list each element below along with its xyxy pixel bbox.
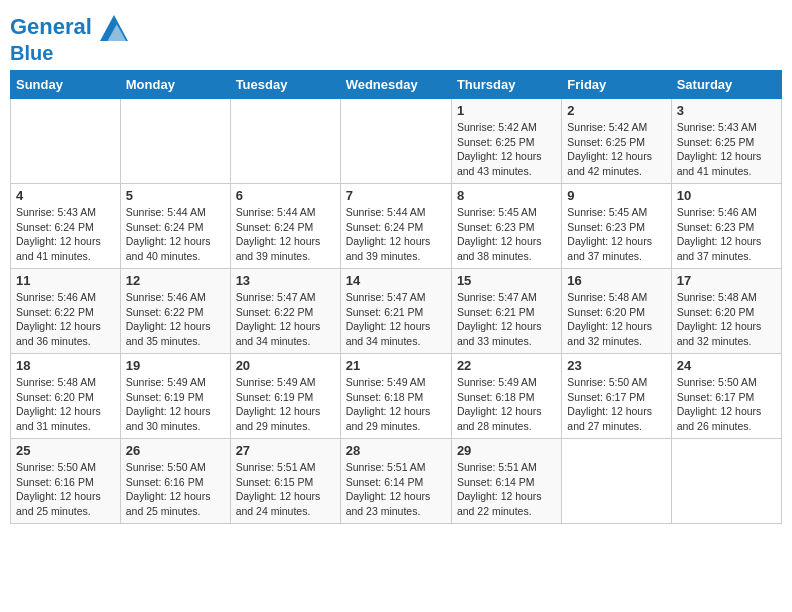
day-number: 24 (677, 358, 776, 373)
day-cell (562, 439, 671, 524)
day-info: Sunrise: 5:51 AMSunset: 6:15 PMDaylight:… (236, 460, 335, 519)
day-number: 28 (346, 443, 446, 458)
day-cell: 19Sunrise: 5:49 AMSunset: 6:19 PMDayligh… (120, 354, 230, 439)
day-cell (120, 99, 230, 184)
day-info: Sunrise: 5:51 AMSunset: 6:14 PMDaylight:… (346, 460, 446, 519)
day-info: Sunrise: 5:48 AMSunset: 6:20 PMDaylight:… (16, 375, 115, 434)
week-row-2: 4Sunrise: 5:43 AMSunset: 6:24 PMDaylight… (11, 184, 782, 269)
day-number: 17 (677, 273, 776, 288)
header-wednesday: Wednesday (340, 71, 451, 99)
day-cell (230, 99, 340, 184)
day-number: 1 (457, 103, 556, 118)
day-cell: 12Sunrise: 5:46 AMSunset: 6:22 PMDayligh… (120, 269, 230, 354)
day-info: Sunrise: 5:47 AMSunset: 6:21 PMDaylight:… (457, 290, 556, 349)
day-number: 3 (677, 103, 776, 118)
logo-icon (100, 14, 128, 42)
header-sunday: Sunday (11, 71, 121, 99)
day-cell: 14Sunrise: 5:47 AMSunset: 6:21 PMDayligh… (340, 269, 451, 354)
day-number: 16 (567, 273, 665, 288)
day-number: 29 (457, 443, 556, 458)
day-number: 27 (236, 443, 335, 458)
day-info: Sunrise: 5:49 AMSunset: 6:19 PMDaylight:… (126, 375, 225, 434)
day-cell: 23Sunrise: 5:50 AMSunset: 6:17 PMDayligh… (562, 354, 671, 439)
day-cell: 4Sunrise: 5:43 AMSunset: 6:24 PMDaylight… (11, 184, 121, 269)
day-cell: 26Sunrise: 5:50 AMSunset: 6:16 PMDayligh… (120, 439, 230, 524)
header-friday: Friday (562, 71, 671, 99)
day-number: 12 (126, 273, 225, 288)
day-number: 13 (236, 273, 335, 288)
logo-general: General (10, 14, 92, 39)
day-number: 6 (236, 188, 335, 203)
header-tuesday: Tuesday (230, 71, 340, 99)
day-number: 10 (677, 188, 776, 203)
day-number: 8 (457, 188, 556, 203)
day-number: 22 (457, 358, 556, 373)
day-cell: 16Sunrise: 5:48 AMSunset: 6:20 PMDayligh… (562, 269, 671, 354)
day-cell (340, 99, 451, 184)
day-info: Sunrise: 5:43 AMSunset: 6:25 PMDaylight:… (677, 120, 776, 179)
logo-blue: Blue (10, 42, 128, 64)
header-thursday: Thursday (451, 71, 561, 99)
day-number: 14 (346, 273, 446, 288)
day-cell: 15Sunrise: 5:47 AMSunset: 6:21 PMDayligh… (451, 269, 561, 354)
logo-text: General (10, 14, 128, 42)
day-cell: 3Sunrise: 5:43 AMSunset: 6:25 PMDaylight… (671, 99, 781, 184)
day-number: 15 (457, 273, 556, 288)
day-cell: 25Sunrise: 5:50 AMSunset: 6:16 PMDayligh… (11, 439, 121, 524)
week-row-3: 11Sunrise: 5:46 AMSunset: 6:22 PMDayligh… (11, 269, 782, 354)
day-info: Sunrise: 5:49 AMSunset: 6:19 PMDaylight:… (236, 375, 335, 434)
day-info: Sunrise: 5:42 AMSunset: 6:25 PMDaylight:… (567, 120, 665, 179)
day-info: Sunrise: 5:49 AMSunset: 6:18 PMDaylight:… (457, 375, 556, 434)
day-number: 25 (16, 443, 115, 458)
day-info: Sunrise: 5:42 AMSunset: 6:25 PMDaylight:… (457, 120, 556, 179)
day-number: 23 (567, 358, 665, 373)
day-info: Sunrise: 5:50 AMSunset: 6:17 PMDaylight:… (677, 375, 776, 434)
day-info: Sunrise: 5:44 AMSunset: 6:24 PMDaylight:… (126, 205, 225, 264)
day-cell: 8Sunrise: 5:45 AMSunset: 6:23 PMDaylight… (451, 184, 561, 269)
day-number: 9 (567, 188, 665, 203)
day-cell: 28Sunrise: 5:51 AMSunset: 6:14 PMDayligh… (340, 439, 451, 524)
day-info: Sunrise: 5:46 AMSunset: 6:22 PMDaylight:… (126, 290, 225, 349)
day-number: 20 (236, 358, 335, 373)
day-number: 11 (16, 273, 115, 288)
day-info: Sunrise: 5:50 AMSunset: 6:16 PMDaylight:… (126, 460, 225, 519)
day-number: 18 (16, 358, 115, 373)
day-cell (11, 99, 121, 184)
day-info: Sunrise: 5:47 AMSunset: 6:21 PMDaylight:… (346, 290, 446, 349)
day-cell: 9Sunrise: 5:45 AMSunset: 6:23 PMDaylight… (562, 184, 671, 269)
day-cell: 21Sunrise: 5:49 AMSunset: 6:18 PMDayligh… (340, 354, 451, 439)
day-info: Sunrise: 5:44 AMSunset: 6:24 PMDaylight:… (236, 205, 335, 264)
day-cell: 20Sunrise: 5:49 AMSunset: 6:19 PMDayligh… (230, 354, 340, 439)
day-cell: 24Sunrise: 5:50 AMSunset: 6:17 PMDayligh… (671, 354, 781, 439)
day-cell: 17Sunrise: 5:48 AMSunset: 6:20 PMDayligh… (671, 269, 781, 354)
day-info: Sunrise: 5:43 AMSunset: 6:24 PMDaylight:… (16, 205, 115, 264)
day-cell (671, 439, 781, 524)
day-info: Sunrise: 5:46 AMSunset: 6:22 PMDaylight:… (16, 290, 115, 349)
day-info: Sunrise: 5:50 AMSunset: 6:16 PMDaylight:… (16, 460, 115, 519)
day-info: Sunrise: 5:51 AMSunset: 6:14 PMDaylight:… (457, 460, 556, 519)
day-info: Sunrise: 5:46 AMSunset: 6:23 PMDaylight:… (677, 205, 776, 264)
week-row-1: 1Sunrise: 5:42 AMSunset: 6:25 PMDaylight… (11, 99, 782, 184)
day-info: Sunrise: 5:49 AMSunset: 6:18 PMDaylight:… (346, 375, 446, 434)
day-cell: 2Sunrise: 5:42 AMSunset: 6:25 PMDaylight… (562, 99, 671, 184)
calendar-header-row: SundayMondayTuesdayWednesdayThursdayFrid… (11, 71, 782, 99)
day-info: Sunrise: 5:45 AMSunset: 6:23 PMDaylight:… (567, 205, 665, 264)
week-row-4: 18Sunrise: 5:48 AMSunset: 6:20 PMDayligh… (11, 354, 782, 439)
day-cell: 10Sunrise: 5:46 AMSunset: 6:23 PMDayligh… (671, 184, 781, 269)
day-cell: 29Sunrise: 5:51 AMSunset: 6:14 PMDayligh… (451, 439, 561, 524)
header-monday: Monday (120, 71, 230, 99)
day-number: 21 (346, 358, 446, 373)
day-number: 19 (126, 358, 225, 373)
day-cell: 18Sunrise: 5:48 AMSunset: 6:20 PMDayligh… (11, 354, 121, 439)
day-number: 4 (16, 188, 115, 203)
week-row-5: 25Sunrise: 5:50 AMSunset: 6:16 PMDayligh… (11, 439, 782, 524)
day-number: 5 (126, 188, 225, 203)
day-info: Sunrise: 5:50 AMSunset: 6:17 PMDaylight:… (567, 375, 665, 434)
day-number: 2 (567, 103, 665, 118)
day-cell: 13Sunrise: 5:47 AMSunset: 6:22 PMDayligh… (230, 269, 340, 354)
header-saturday: Saturday (671, 71, 781, 99)
day-cell: 22Sunrise: 5:49 AMSunset: 6:18 PMDayligh… (451, 354, 561, 439)
day-info: Sunrise: 5:48 AMSunset: 6:20 PMDaylight:… (567, 290, 665, 349)
day-info: Sunrise: 5:45 AMSunset: 6:23 PMDaylight:… (457, 205, 556, 264)
logo: General Blue (10, 14, 128, 64)
